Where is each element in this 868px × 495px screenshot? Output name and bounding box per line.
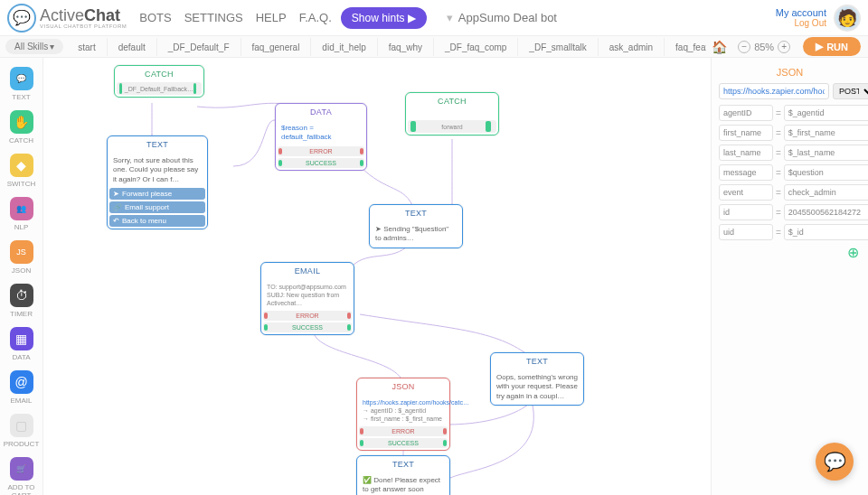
chevron-down-icon: ▾ xyxy=(447,11,453,24)
param-name-input[interactable] xyxy=(719,204,773,220)
param-name-input[interactable] xyxy=(719,125,773,141)
bot-selector[interactable]: ▾ AppSumo Deal bot xyxy=(447,11,557,24)
tool-add-to-cart[interactable]: 🛒ADD TO CART xyxy=(3,453,41,495)
skill-tab[interactable]: default xyxy=(108,38,157,56)
param-name-input[interactable] xyxy=(719,164,773,181)
param-row: =🗑 xyxy=(719,145,861,161)
properties-panel: JSON POST =🗑=🗑=🗑=🗑=🗑=🗑=🗑 ⊕ xyxy=(711,58,868,495)
add-param-button[interactable]: ⊕ xyxy=(719,244,861,261)
email-icon: @ xyxy=(10,370,33,394)
node-json-zapier[interactable]: JSON https://hooks.zapier.com/hooks/catc… xyxy=(356,378,450,451)
data-icon: ▦ xyxy=(10,327,33,350)
option-email-support[interactable]: 🔗Email support xyxy=(109,201,205,213)
param-name-input[interactable] xyxy=(719,145,773,161)
nav-settings[interactable]: SETTINGS xyxy=(184,11,243,24)
status-success: SUCCESS xyxy=(359,438,448,448)
skill-tab[interactable]: faq_why xyxy=(378,38,434,56)
zoom-out-button[interactable]: − xyxy=(738,41,750,53)
tool-text[interactable]: 💬TEXT xyxy=(3,63,41,105)
http-method-select[interactable]: POST xyxy=(833,83,868,99)
param-value-input[interactable] xyxy=(784,105,868,121)
add to cart-icon: 🛒 xyxy=(10,457,33,481)
tool-catch[interactable]: ✋CATCH xyxy=(3,107,41,148)
show-hints-button[interactable]: Show hints ▶ xyxy=(341,7,427,29)
param-value-input[interactable] xyxy=(784,145,868,161)
nav-help[interactable]: HELP xyxy=(256,11,287,24)
param-row: =🗑 xyxy=(719,105,861,121)
skill-tab[interactable]: did_it_help xyxy=(311,38,377,56)
skill-tab[interactable]: _DF_smalltalk xyxy=(518,38,598,56)
nav-bots[interactable]: BOTS xyxy=(139,11,171,24)
param-name-input[interactable] xyxy=(719,224,773,240)
my-account-link[interactable]: My account xyxy=(776,7,826,18)
properties-title: JSON xyxy=(719,65,861,83)
top-nav: BOTS SETTINGS HELP F.A.Q. xyxy=(139,11,332,24)
nav-faq[interactable]: F.A.Q. xyxy=(299,11,332,24)
node-body: ✅ Done! Please expect to get answer soon xyxy=(357,472,449,495)
zoom-in-button[interactable]: + xyxy=(778,41,790,53)
node-catch-fallback[interactable]: CATCH _DF_Default_Fallback… xyxy=(114,65,204,98)
node-text-sending[interactable]: TEXT ➤ Sending "$question" to admins… xyxy=(369,204,463,248)
skill-tab[interactable]: _DF_faq_comp xyxy=(434,38,518,56)
tool-label: NLP xyxy=(3,223,41,231)
tool-label: CATCH xyxy=(3,136,41,145)
zoom-controls: − 85% + xyxy=(732,41,796,53)
param-value-input[interactable] xyxy=(784,184,868,201)
node-title: EMAIL xyxy=(261,263,354,279)
option-back-to-menu[interactable]: ↶Back to menu xyxy=(109,215,205,227)
equals-label: = xyxy=(776,108,781,118)
tool-product[interactable]: ▢PRODUCT xyxy=(3,410,41,452)
node-data-reason[interactable]: DATA $reason = default_fallback ERROR SU… xyxy=(275,103,367,171)
status-success: SUCCESS xyxy=(278,158,364,168)
param-value-input[interactable] xyxy=(784,224,868,240)
bot-name: AppSumo Deal bot xyxy=(458,11,557,24)
tool-switch[interactable]: ◆SWITCH xyxy=(3,150,41,191)
tool-email[interactable]: @EMAIL xyxy=(3,367,41,408)
home-icon[interactable]: 🏠 xyxy=(706,40,732,54)
equals-label: = xyxy=(776,228,781,238)
tool-data[interactable]: ▦DATA xyxy=(3,323,41,365)
equals-label: = xyxy=(776,208,781,218)
skill-tab[interactable]: faq_general xyxy=(241,38,312,56)
node-text-error[interactable]: TEXT Oops, something's wrong with your r… xyxy=(490,352,584,406)
chat-icon: 💬 xyxy=(824,451,846,472)
equals-label: = xyxy=(776,128,781,138)
skills-tab-bar: All Skills▾ startdefault_DF_Default_Ffaq… xyxy=(0,36,868,58)
run-button[interactable]: ▶RUN xyxy=(803,37,861,56)
skill-tab[interactable]: _DF_Default_F xyxy=(157,38,241,56)
node-email[interactable]: EMAIL TO: support@appsumo.com SUBJ: New … xyxy=(260,262,354,335)
node-catch-forward[interactable]: CATCH forward xyxy=(405,92,499,135)
all-skills-dropdown[interactable]: All Skills▾ xyxy=(5,39,63,54)
skill-tab[interactable]: start xyxy=(67,38,107,56)
param-row: =🗑 xyxy=(719,204,861,220)
tool-label: TEXT xyxy=(3,93,41,101)
avatar[interactable]: 🧑 xyxy=(834,5,861,32)
logout-link[interactable]: Log Out xyxy=(776,18,826,28)
option-label: Forward please xyxy=(122,190,172,198)
app-header: 💬 ActiveChat VISUAL CHATBOT PLATFORM BOT… xyxy=(0,0,868,36)
json-param-1: → agentID : $_agentid xyxy=(363,406,444,415)
tool-sidebar: 💬TEXT✋CATCH◆SWITCH👥NLPJSJSON⏱TIMER▦DATA@… xyxy=(0,58,43,495)
logo-text-bold: Chat xyxy=(84,6,120,24)
intercom-chat-button[interactable]: 💬 xyxy=(816,443,854,481)
skill-tab[interactable]: ask_admin xyxy=(599,38,665,56)
param-name-input[interactable] xyxy=(719,105,773,121)
nlp-icon: 👥 xyxy=(10,197,33,220)
tool-nlp[interactable]: 👥NLP xyxy=(3,193,41,235)
param-row: =🗑 xyxy=(719,125,861,141)
node-text-sorry[interactable]: TEXT Sorry, not sure about this one. Cou… xyxy=(107,135,208,229)
zoom-level: 85% xyxy=(754,42,774,52)
param-value-input[interactable] xyxy=(784,125,868,141)
option-forward[interactable]: ➤Forward please xyxy=(109,188,205,200)
param-name-input[interactable] xyxy=(719,184,773,201)
skill-tab[interactable]: faq_features xyxy=(665,38,706,56)
param-value-input[interactable] xyxy=(784,164,868,181)
node-text-done[interactable]: TEXT ✅ Done! Please expect to get answer… xyxy=(356,455,450,495)
switch-icon: ◆ xyxy=(10,154,33,177)
param-value-input[interactable] xyxy=(784,204,868,220)
tool-timer[interactable]: ⏱TIMER xyxy=(3,280,41,322)
flow-canvas[interactable]: CATCH _DF_Default_Fallback… TEXT Sorry, … xyxy=(43,58,711,495)
logo[interactable]: 💬 ActiveChat VISUAL CHATBOT PLATFORM xyxy=(7,4,127,33)
tool-json[interactable]: JSJSON xyxy=(3,237,41,278)
json-url-input[interactable] xyxy=(719,83,829,99)
